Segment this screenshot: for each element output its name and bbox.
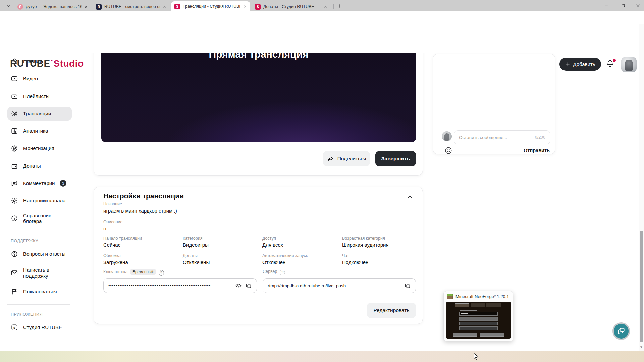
help-icon[interactable]: ?	[280, 270, 285, 275]
sidebar-support-header: ПОДДЕРЖКА	[0, 235, 78, 245]
window-close-button[interactable]	[633, 2, 643, 9]
mc-button	[459, 326, 498, 330]
tab-separator	[333, 4, 334, 9]
share-arrow-icon	[327, 155, 334, 162]
question-icon	[11, 250, 18, 258]
mouse-cursor	[474, 353, 479, 360]
help-icon[interactable]: ?	[159, 270, 164, 276]
popup-title: Minecraft NeoForge* 1.20.1	[455, 294, 509, 299]
window-restore-button[interactable]	[617, 2, 629, 9]
copy-key-icon[interactable]	[245, 282, 252, 289]
sidebar-item-monetization[interactable]: Монетизация	[0, 140, 78, 157]
minecraft-preview-popup[interactable]: Minecraft NeoForge* 1.20.1	[443, 291, 513, 341]
field-category: КатегорияВидеоигры	[183, 236, 262, 248]
minecraft-thumbnail[interactable]	[446, 302, 511, 339]
video-icon	[11, 75, 18, 82]
share-button[interactable]: Поделиться	[323, 151, 370, 166]
field-donates: ДонатыОтключены	[183, 253, 262, 265]
sidebar-item-report[interactable]: Пожаловаться	[0, 283, 78, 300]
studio-favicon: S	[255, 4, 261, 10]
tab-close-icon[interactable]	[324, 5, 327, 9]
chat-user-avatar	[442, 131, 452, 141]
svg-text:S: S	[13, 326, 16, 329]
windows-taskbar: Y VPN M KL РУС 11:2530.01.2026	[0, 351, 644, 362]
page-scrollbar[interactable]: ▼	[639, 24, 644, 351]
window-minimize-button[interactable]	[600, 2, 612, 9]
playlists-icon	[11, 93, 18, 100]
sidebar-item-channel-settings[interactable]: Настройки канала	[0, 192, 78, 209]
new-tab-button[interactable]	[336, 3, 343, 9]
mc-tab	[486, 303, 501, 307]
notification-dot	[613, 59, 616, 62]
edit-button[interactable]: Редактировать	[367, 303, 416, 318]
broadcast-icon	[11, 110, 18, 117]
server-input[interactable]: rtmp://rtmp-lb-a.dth.rutube.ru/live_push	[263, 278, 416, 293]
info-icon	[11, 215, 18, 222]
sidebar-item-streams[interactable]: Трансляции	[0, 105, 78, 122]
tab-title: рутуб — Яндекс: нашлось 163 р	[26, 4, 82, 9]
browser-tab-rutube[interactable]: R RUTUBE - смотреть видео онлай	[93, 2, 170, 11]
mc-label	[460, 310, 477, 311]
browser-tab-streams-active[interactable]: S Трансляции - Студия RUTUBE	[171, 1, 250, 11]
settings-grid: Начало трансляцииСейчас КатегорияВидеоиг…	[103, 236, 414, 265]
chat-message-input-wrap[interactable]: 0/200	[454, 130, 550, 144]
rutube-favicon: R	[96, 4, 102, 10]
mc-button	[480, 333, 504, 337]
studio-header: RUTUBE˙Studio Добавить	[0, 24, 644, 53]
sidebar-item-donates[interactable]: Донаты	[0, 157, 78, 175]
rutube-studio-logo[interactable]: RUTUBE˙Studio	[10, 58, 84, 69]
mc-text-field	[459, 312, 498, 316]
copy-server-icon[interactable]	[404, 282, 411, 289]
sidebar-item-blogger-guide[interactable]: Справочник блогера	[0, 209, 78, 227]
notifications-bell-icon[interactable]	[606, 59, 616, 70]
feedback-chat-fab[interactable]	[612, 322, 630, 340]
stream-key-input[interactable]: ••••••••••••••••••••••••••••••••••••••••…	[103, 278, 257, 293]
scrollbar-down-arrow[interactable]: ▼	[640, 345, 643, 349]
field-name: Название играем в майн хардкор стрим :)	[103, 202, 177, 214]
sidebar-divider	[7, 304, 70, 305]
ruble-circle-icon	[11, 145, 18, 152]
finish-stream-button[interactable]: Завершить	[375, 151, 416, 166]
chat-send-button[interactable]: Отправить	[524, 148, 550, 153]
stream-settings-card: Настройки трансляции Название играем в м…	[94, 187, 423, 324]
user-avatar[interactable]	[621, 57, 637, 72]
comments-badge: 3	[60, 180, 66, 187]
add-button[interactable]: Добавить	[559, 58, 601, 71]
key-type-badge: Временный	[130, 269, 156, 275]
emoji-smiley-icon[interactable]	[444, 146, 452, 155]
chat-message-input[interactable]	[459, 135, 532, 140]
tab-separator	[92, 4, 92, 9]
browser-address-bar: https://studio.rutube.ru/stream/fae3e009…	[0, 11, 644, 24]
stream-key-masked: ••••••••••••••••••••••••••••••••••••••••…	[108, 283, 232, 288]
stream-name-value: играем в майн хардкор стрим :)	[103, 208, 177, 214]
gear-icon	[11, 197, 18, 204]
sidebar-item-studio-app[interactable]: SСтудия RUTUBE	[0, 319, 78, 336]
sidebar-item-faq[interactable]: Вопросы и ответы	[0, 245, 78, 263]
sidebar-item-comments[interactable]: Комментарии3	[0, 175, 78, 192]
mc-button	[453, 333, 477, 337]
show-key-eye-icon[interactable]	[235, 282, 242, 289]
field-autostart: Автоматический запускОтключён	[262, 253, 342, 265]
tab-close-icon[interactable]	[84, 5, 88, 9]
browser-tab-yandex[interactable]: Я рутуб — Яндекс: нашлось 163 р	[14, 2, 91, 11]
tab-list-chevron-button[interactable]	[5, 3, 13, 9]
tab-title: Донаты - Студия RUTUBE	[263, 4, 321, 9]
collapse-chevron-icon[interactable]	[406, 193, 414, 201]
stream-card: Прямая трансляция Поделиться Завершить	[94, 35, 423, 176]
chat-char-counter: 0/200	[535, 135, 545, 140]
feedback-bubbles-icon	[617, 327, 626, 336]
flag-icon	[11, 288, 18, 295]
field-access: ДоступДля всех	[262, 236, 342, 248]
tab-title: Трансляции - Студия RUTUBE	[183, 4, 240, 9]
field-description: Описание гг	[103, 220, 123, 231]
scrollbar-thumb[interactable]	[640, 231, 643, 342]
tab-close-icon[interactable]	[243, 5, 247, 8]
sidebar-item-write-support[interactable]: Написать в поддержку	[0, 263, 78, 283]
sidebar-apps-header: ПРИЛОЖЕНИЯ	[0, 309, 78, 319]
browser-tab-donates[interactable]: S Донаты - Студия RUTUBE	[252, 2, 331, 11]
stream-preview-video[interactable]: Прямая трансляция	[101, 46, 416, 142]
tab-close-icon[interactable]	[163, 5, 166, 9]
sidebar-item-playlists[interactable]: Плейлисты	[0, 87, 78, 105]
sidebar-item-video[interactable]: Видео	[0, 70, 78, 87]
sidebar-item-analytics[interactable]: Аналитика	[0, 122, 78, 140]
